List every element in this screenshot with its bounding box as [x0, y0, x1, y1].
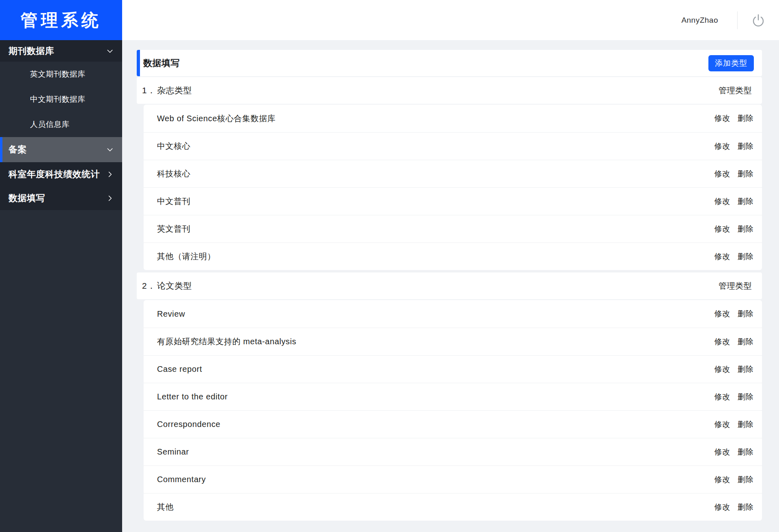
row-label: Letter to the editor	[157, 392, 228, 401]
chevron-right-icon	[106, 195, 114, 202]
delete-link[interactable]: 删除	[738, 141, 753, 152]
sidebar-item-chinese-journal-db[interactable]: 中文期刊数据库	[0, 87, 122, 112]
delete-link[interactable]: 删除	[738, 474, 753, 485]
table-row: 中文核心 修改 删除	[144, 132, 762, 160]
sidebar-item-label: 人员信息库	[30, 119, 70, 130]
row-actions: 修改 删除	[714, 392, 753, 402]
edit-link[interactable]: 修改	[714, 251, 730, 262]
sidebar-item-label: 中文期刊数据库	[30, 94, 86, 105]
edit-link[interactable]: 修改	[714, 474, 730, 485]
row-actions: 修改 删除	[714, 251, 753, 262]
row-actions: 修改 删除	[714, 419, 753, 430]
edit-link[interactable]: 修改	[714, 224, 730, 234]
delete-link[interactable]: 删除	[738, 502, 753, 513]
sidebar-item-personnel-db[interactable]: 人员信息库	[0, 112, 122, 137]
row-label: Seminar	[157, 447, 189, 457]
header-divider	[737, 11, 738, 29]
sidebar-group-label: 备案	[9, 144, 27, 156]
logout-power-icon[interactable]	[752, 13, 765, 27]
app-logo: 管理系统	[0, 0, 122, 40]
sidebar-group-label: 数据填写	[9, 192, 45, 204]
rows: Web of Science核心合集数据库 修改 删除 中文核心 修改 删除 科…	[144, 105, 762, 270]
sidebar-group-journal-db[interactable]: 期刊数据库	[0, 40, 122, 62]
row-label: 科技核心	[157, 168, 190, 179]
sidebar-group-label: 期刊数据库	[9, 45, 54, 57]
row-actions: 修改 删除	[714, 364, 753, 375]
row-label: Web of Science核心合集数据库	[157, 113, 275, 124]
section-title: 杂志类型	[157, 85, 192, 96]
section-header: 2． 论文类型 管理类型	[137, 272, 762, 299]
edit-link[interactable]: 修改	[714, 141, 730, 152]
table-row: Review 修改 删除	[144, 300, 762, 328]
row-label: 中文核心	[157, 141, 190, 152]
table-row: Seminar 修改 删除	[144, 438, 762, 466]
row-actions: 修改 删除	[714, 502, 753, 513]
edit-link[interactable]: 修改	[714, 392, 730, 402]
row-label: 其他	[157, 502, 174, 513]
rows: Review 修改 删除 有原始研究结果支持的 meta-analysis 修改…	[144, 300, 762, 521]
row-label: 其他（请注明）	[157, 251, 215, 262]
add-type-button[interactable]: 添加类型	[708, 55, 754, 71]
edit-link[interactable]: 修改	[714, 447, 730, 457]
chevron-down-icon	[106, 146, 114, 153]
table-row: Letter to the editor 修改 删除	[144, 383, 762, 410]
section-number: 1．	[142, 85, 157, 96]
table-row: 科技核心 修改 删除	[144, 160, 762, 187]
delete-link[interactable]: 删除	[738, 337, 753, 347]
row-actions: 修改 删除	[714, 196, 753, 207]
delete-link[interactable]: 删除	[738, 309, 753, 319]
username: AnnyZhao	[681, 16, 718, 25]
table-row: 其他（请注明） 修改 删除	[144, 242, 762, 270]
section: 1． 杂志类型 管理类型 Web of Science核心合集数据库 修改 删除…	[137, 77, 762, 270]
row-label: 中文普刊	[157, 196, 190, 207]
sections-container: 1． 杂志类型 管理类型 Web of Science核心合集数据库 修改 删除…	[137, 77, 762, 521]
edit-link[interactable]: 修改	[714, 364, 730, 375]
edit-link[interactable]: 修改	[714, 337, 730, 347]
sidebar-group-label: 科室年度科技绩效统计	[9, 168, 100, 180]
row-actions: 修改 删除	[714, 141, 753, 152]
row-label: Commentary	[157, 475, 206, 484]
chevron-down-icon	[106, 47, 114, 55]
delete-link[interactable]: 删除	[738, 419, 753, 430]
table-row: Case report 修改 删除	[144, 355, 762, 383]
delete-link[interactable]: 删除	[738, 447, 753, 457]
sidebar-group-dept-annual-stats[interactable]: 科室年度科技绩效统计	[0, 162, 122, 186]
edit-link[interactable]: 修改	[714, 169, 730, 179]
top-header: AnnyZhao	[122, 0, 779, 40]
table-row: 中文普刊 修改 删除	[144, 187, 762, 215]
row-label: Correspondence	[157, 420, 220, 429]
section-header: 1． 杂志类型 管理类型	[137, 77, 762, 104]
row-actions: 修改 删除	[714, 113, 753, 124]
section-number: 2．	[142, 280, 157, 292]
delete-link[interactable]: 删除	[738, 169, 753, 179]
delete-link[interactable]: 删除	[738, 364, 753, 375]
delete-link[interactable]: 删除	[738, 113, 753, 124]
edit-link[interactable]: 修改	[714, 502, 730, 513]
sidebar-item-label: 英文期刊数据库	[30, 69, 86, 79]
edit-link[interactable]: 修改	[714, 196, 730, 207]
chevron-right-icon	[106, 171, 114, 178]
table-row: 英文普刊 修改 删除	[144, 215, 762, 242]
edit-link[interactable]: 修改	[714, 419, 730, 430]
delete-link[interactable]: 删除	[738, 392, 753, 402]
title-accent-bar	[137, 50, 140, 76]
row-actions: 修改 删除	[714, 224, 753, 234]
section-title: 论文类型	[157, 280, 192, 292]
manage-types-link[interactable]: 管理类型	[719, 281, 752, 292]
row-label: Review	[157, 309, 185, 319]
edit-link[interactable]: 修改	[714, 309, 730, 319]
manage-types-link[interactable]: 管理类型	[719, 85, 752, 96]
table-row: Correspondence 修改 删除	[144, 410, 762, 438]
row-actions: 修改 删除	[714, 447, 753, 457]
sidebar-group-filing[interactable]: 备案	[0, 137, 122, 162]
sidebar-group-data-entry[interactable]: 数据填写	[0, 186, 122, 210]
delete-link[interactable]: 删除	[738, 196, 753, 207]
table-row: 有原始研究结果支持的 meta-analysis 修改 删除	[144, 328, 762, 355]
edit-link[interactable]: 修改	[714, 113, 730, 124]
delete-link[interactable]: 删除	[738, 224, 753, 234]
row-actions: 修改 删除	[714, 169, 753, 179]
sidebar-item-english-journal-db[interactable]: 英文期刊数据库	[0, 62, 122, 87]
row-label: 英文普刊	[157, 223, 190, 234]
page-title: 数据填写	[143, 57, 180, 69]
delete-link[interactable]: 删除	[738, 251, 753, 262]
